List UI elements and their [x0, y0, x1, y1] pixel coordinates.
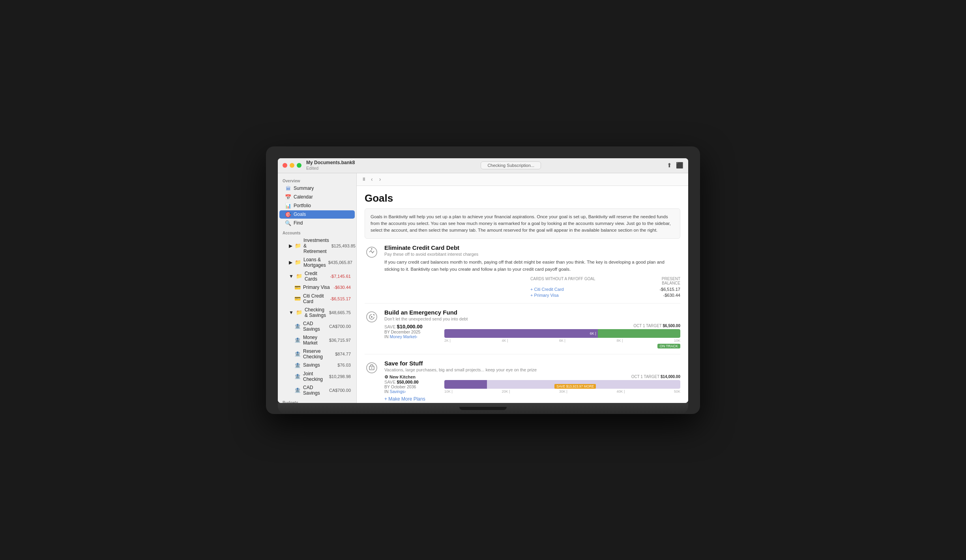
- sidebar-item-cad-savings[interactable]: 🏦 CAD Savings CA$700.00: [279, 320, 355, 333]
- export-icon[interactable]: ⬆: [667, 162, 672, 169]
- primary-visa-amount: -$630.44: [334, 285, 351, 290]
- investments-amount: $125,493.85: [331, 243, 356, 248]
- back-button[interactable]: ‹: [369, 175, 374, 183]
- cad-savings2-amt: CA$700.00: [329, 388, 351, 393]
- cad-savings-icon: 🏦: [294, 323, 301, 329]
- citi-amount: -$6,515.17: [330, 296, 351, 301]
- loans-label: Loans & Mortgages: [303, 257, 326, 268]
- save-stuff-content: Save for Stuff Vacations, large purchase…: [384, 360, 680, 402]
- forward-button[interactable]: ›: [378, 175, 383, 183]
- joint-label: Joint Checking: [303, 371, 327, 382]
- save-stuff-subtitle: Vacations, large purchases, big and smal…: [384, 367, 680, 372]
- on-track-badge: ON TRACK: [657, 344, 680, 348]
- traffic-lights: [283, 163, 301, 168]
- savings-link[interactable]: Savings›: [389, 389, 406, 394]
- minimize-button[interactable]: [290, 163, 294, 168]
- overview-section-label: Overview: [278, 176, 356, 184]
- toolbar-actions: ⬆ ⬛: [667, 162, 683, 169]
- sidebar-label-calendar: Calendar: [294, 194, 313, 200]
- sidebar-item-savings[interactable]: 🏦 Savings $76.03: [279, 361, 355, 369]
- citi-label: Citi Credit Card: [303, 293, 328, 304]
- maximize-button[interactable]: [297, 163, 301, 168]
- sidebar-item-calendar[interactable]: 📅 Calendar: [279, 193, 355, 201]
- calendar-icon: 📅: [285, 194, 291, 200]
- loans-amount: $435,065.87: [328, 260, 352, 265]
- content-toolbar: ⏸ ‹ ›: [357, 173, 688, 186]
- app-screen: My Documents.bank8 Edited Checking Subsc…: [278, 158, 688, 403]
- title-bar: My Documents.bank8 Edited Checking Subsc…: [278, 158, 688, 173]
- money-market-link[interactable]: Money Market›: [389, 334, 417, 339]
- cad-savings-amt: CA$700.00: [329, 324, 351, 329]
- cc-folder-icon: 📁: [296, 273, 302, 279]
- budgets-section-label: Budgets: [278, 397, 356, 403]
- reserve-icon: 🏦: [294, 351, 301, 357]
- goals-icon: 🎯: [285, 212, 291, 217]
- laptop-notch: [459, 407, 507, 410]
- visa-cc-name: + Primary Visa: [530, 293, 559, 298]
- primary-visa-label: Primary Visa: [303, 285, 330, 290]
- chevron-right-icon: ▶: [289, 243, 292, 249]
- cc-goal-content: Eliminate Credit Card Debt Pay these off…: [384, 244, 680, 298]
- money-market-label: Money Market: [303, 335, 327, 346]
- sidebar-item-portfolio[interactable]: 📊 Portfolio: [279, 202, 355, 210]
- sidebar-item-reserve[interactable]: 🏦 Reserve Checking $874.77: [279, 347, 355, 361]
- window-subtitle: Edited: [306, 166, 355, 171]
- checking-amount: $48,665.75: [329, 310, 351, 315]
- sidebar-group-credit-cards[interactable]: ▼ 📁 Credit Cards -$7,145.61: [279, 270, 355, 283]
- sidebar-item-goals[interactable]: 🎯 Goals: [279, 210, 355, 219]
- emergency-icon: [365, 310, 379, 324]
- save-stuff-title: Save for Stuff: [384, 360, 680, 367]
- sidebar-group-loans[interactable]: ▶ 📁 Loans & Mortgages $435,065.87: [279, 256, 355, 269]
- investments-icon: 📁: [295, 243, 301, 249]
- intro-text: Goals in Banktivity will help you set up…: [365, 208, 680, 239]
- checking-folder-icon: 📁: [296, 309, 302, 315]
- goal-emergency-fund: Build an Emergency Fund Don't let the un…: [365, 309, 680, 354]
- svg-point-7: [371, 367, 373, 369]
- investments-label: Investments & Retirement: [303, 238, 329, 254]
- sidebar-item-citi[interactable]: 💳 Citi Credit Card -$6,515.17: [279, 292, 355, 305]
- citi-cc-name: + Citi Credit Card: [530, 287, 564, 292]
- sidebar-item-primary-visa[interactable]: 💳 Primary Visa -$630.44: [279, 283, 355, 292]
- close-button[interactable]: [283, 163, 287, 168]
- sidebar-item-money-market[interactable]: 🏦 Money Market $36,715.97: [279, 333, 355, 347]
- sidebar-item-find[interactable]: 🔍 Find: [279, 219, 355, 227]
- goal-eliminate-cc: Eliminate Credit Card Debt Pay these off…: [365, 244, 680, 303]
- svg-point-4: [371, 316, 373, 318]
- window-title: My Documents.bank8: [306, 160, 355, 165]
- sidebar-label-portfolio: Portfolio: [294, 203, 311, 208]
- find-icon: 🔍: [285, 220, 291, 226]
- cc-amount: -$7,145.61: [330, 274, 351, 279]
- summary-icon: 🏛: [285, 185, 291, 191]
- cad-savings2-icon: 🏦: [294, 387, 301, 393]
- savings-icon: 🏦: [294, 362, 301, 368]
- sidebar-item-cad-savings2[interactable]: 🏦 CAD Savings CA$700.00: [279, 384, 355, 397]
- cc-goal-desc: If you carry credit card balances month …: [384, 259, 680, 273]
- save-more-label: SAVE $13,923.97 MORE: [554, 384, 596, 389]
- main-body: Overview 🏛 Summary 📅 Calendar 📊 Portfoli…: [278, 173, 688, 403]
- laptop-base: [278, 403, 688, 414]
- sidebar-label-goals: Goals: [294, 212, 306, 217]
- share-icon[interactable]: ⬛: [676, 162, 683, 169]
- emergency-target-label: OCT 1 TARGET: [633, 324, 663, 328]
- joint-amt: $10,298.98: [329, 374, 351, 379]
- reserve-amt: $874.77: [335, 352, 351, 356]
- cad-savings-label: CAD Savings: [303, 321, 327, 332]
- citi-balance: -$6,515.17: [659, 287, 680, 292]
- checking-label: Checking & Savings: [305, 307, 327, 318]
- cc-table-header2: PRESENTBALANCE: [662, 277, 680, 285]
- sidebar-group-investments[interactable]: ▶ 📁 Investments & Retirement $125,493.85: [279, 236, 355, 255]
- cc-goal-icon: [365, 245, 379, 259]
- pause-button[interactable]: ⏸: [361, 176, 366, 182]
- title-bar-center: Checking Subscription...: [355, 161, 667, 169]
- sidebar-item-summary[interactable]: 🏛 Summary: [279, 184, 355, 193]
- savings-amt: $76.03: [337, 363, 351, 367]
- sidebar: Overview 🏛 Summary 📅 Calendar 📊 Portfoli…: [278, 173, 357, 403]
- save-stuff-icon: [365, 361, 379, 375]
- sidebar-group-checking[interactable]: ▼ 📁 Checking & Savings $48,665.75: [279, 306, 355, 319]
- sidebar-label-find: Find: [294, 220, 303, 226]
- sidebar-item-joint[interactable]: 🏦 Joint Checking $10,298.98: [279, 370, 355, 383]
- savings-label: Savings: [303, 362, 320, 368]
- make-more-plans-link[interactable]: + Make More Plans: [384, 396, 680, 402]
- subscription-button[interactable]: Checking Subscription...: [481, 161, 541, 169]
- page-title: Goals: [365, 192, 680, 204]
